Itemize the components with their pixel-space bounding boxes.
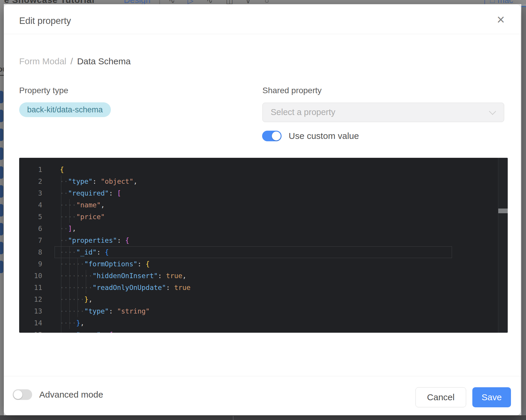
footer-divider [4,376,521,376]
code-line: 13······"type": "string" [19,305,508,317]
property-type-label: Property type [19,86,68,95]
sidebar-item-edge [0,261,3,273]
play-icon: ▷ [188,0,193,4]
app-title-fragment: e Showcase Tutorial [4,0,95,4]
line-number: 7 [19,234,42,246]
modal-title: Edit property [19,16,71,26]
code-line: 2··"type": "object", [19,175,508,187]
use-custom-value-toggle[interactable] [262,131,282,141]
line-number: 11 [19,282,42,293]
code-line: 15····"name": { [19,329,508,333]
code-line: 4····"name", [19,199,508,211]
bottom-edge-divider [233,416,234,420]
topbar-separator: | [159,0,161,4]
line-number: 1 [19,164,42,175]
app-topbar: e Showcase Tutorial Design | ∿▷∿◫∨○ □mac [0,0,526,4]
shared-property-select[interactable]: Select a property [262,103,504,122]
left-edge-text-fragment: ou [0,65,4,73]
line-number: 14 [19,317,42,329]
code-line: 1{ [19,164,508,175]
cancel-button[interactable]: Cancel [415,387,466,407]
panels-icon: ◫ [226,0,233,4]
use-custom-value-label: Use custom value [289,131,359,141]
edit-property-modal: Edit property × Form Modal/Data Schema P… [4,4,521,415]
code-line: 14····}, [19,317,508,329]
chevron-down-icon [489,108,496,115]
code-line: 8····"_id": { [19,246,508,258]
toggle-knob [272,132,281,140]
code-line: 9······"formOptions": { [19,258,508,270]
screen: e Showcase Tutorial Design | ∿▷∿◫∨○ □mac… [0,0,526,420]
line-number: 4 [19,199,42,211]
select-placeholder: Select a property [271,107,335,117]
code-line: 12······}, [19,293,508,305]
code-line: 10········"hiddenOnInsert": true, [19,270,508,282]
square-icon: □ [490,0,495,4]
design-tab: Design [124,0,150,4]
close-icon[interactable]: × [497,13,505,26]
circle-icon: ○ [264,0,269,4]
shared-property-label: Shared property [262,86,322,95]
sidebar-item-edge [0,91,3,103]
toggle-knob [14,390,22,399]
code-line: 7··"properties": { [19,234,508,246]
line-number: 9 [19,258,42,270]
line-number: 5 [19,211,42,223]
wave-icon: ∿ [169,0,175,4]
sidebar-item-edge [0,129,3,141]
line-number: 10 [19,270,42,282]
property-type-badge: back-kit/data-schema [19,102,111,117]
code-line: 6··], [19,223,508,234]
breadcrumb-current: Data Schema [77,56,131,66]
chevron-down-icon: ∨ [245,0,251,4]
advanced-mode-toggle[interactable] [13,389,32,400]
line-number: 12 [19,293,42,305]
topbar-right-divider [484,0,485,4]
left-edge-underline [0,75,4,76]
breadcrumb: Form Modal/Data Schema [19,56,131,66]
sidebar-item-edge [0,242,3,254]
sidebar-item-edge [0,110,3,122]
backdrop-bottom-edge [0,415,526,420]
breadcrumb-separator: / [70,56,73,66]
line-number: 15 [19,329,42,333]
code-line: 3··"required": [ [19,187,508,199]
backdrop-right-edge [521,4,526,415]
right-edge-tab-underline [521,6,526,7]
editor-scrollbar-thumb[interactable] [498,209,508,213]
topbar-right-button: □mac [490,0,513,4]
editor-scrollbar[interactable] [498,158,508,333]
header-divider [4,34,521,34]
save-button[interactable]: Save [472,387,511,407]
breadcrumb-parent[interactable]: Form Modal [19,56,66,66]
sidebar-item-edge [0,223,3,235]
code-line: 11········"readOnlyOnUpdate": true [19,282,508,293]
sidebar-item-edge [0,147,3,160]
backdrop-left-edge: ou [0,4,4,420]
line-number: 2 [19,175,42,187]
sidebar-item-edge [0,185,3,198]
sidebar-item-edge [0,166,3,179]
line-number: 8 [19,246,42,258]
code-editor[interactable]: 1{2··"type": "object",3··"required": [4·… [19,158,508,333]
wave-dot-icon: ∿ [206,0,213,4]
advanced-mode-label: Advanced mode [39,390,103,400]
line-number: 6 [19,223,42,234]
line-number: 3 [19,187,42,199]
line-number: 13 [19,305,42,317]
sidebar-item-edge [0,204,3,216]
code-line: 5····"price" [19,211,508,223]
